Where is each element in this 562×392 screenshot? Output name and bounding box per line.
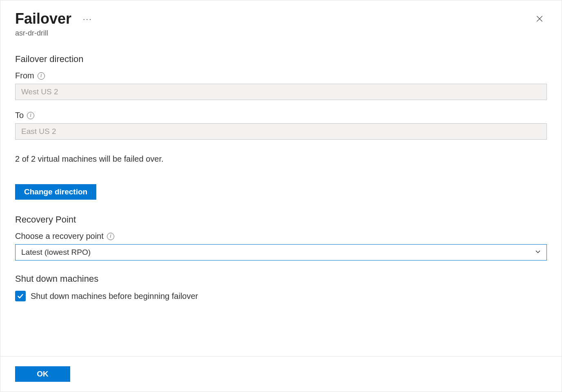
change-direction-button[interactable]: Change direction [15,184,96,200]
shutdown-heading: Shut down machines [15,274,547,284]
vm-status-text: 2 of 2 virtual machines will be failed o… [15,154,547,164]
more-actions-icon[interactable]: ··· [81,13,94,25]
checkmark-icon [17,292,24,300]
info-icon[interactable]: i [107,233,114,240]
to-label: To [15,111,24,120]
info-icon[interactable]: i [38,72,45,80]
page-title: Failover [15,10,71,27]
recovery-label-row: Choose a recovery point i [15,232,547,241]
shutdown-checkbox[interactable] [15,291,26,301]
header-row: Failover ··· [15,10,547,27]
to-input [15,123,547,140]
shutdown-checkbox-label: Shut down machines before beginning fail… [31,292,198,301]
recovery-point-heading: Recovery Point [15,214,547,225]
recovery-select-wrapper [15,244,547,261]
from-label-row: From i [15,71,547,80]
from-input [15,84,547,100]
shutdown-checkbox-row: Shut down machines before beginning fail… [15,291,547,301]
close-icon [535,15,544,23]
info-icon[interactable]: i [27,112,34,119]
ok-button[interactable]: OK [15,366,70,382]
to-label-row: To i [15,111,547,120]
failover-direction-heading: Failover direction [15,54,547,65]
title-group: Failover ··· [15,10,94,27]
page-subtitle: asr-dr-drill [15,29,547,38]
blade-footer: OK [0,356,562,392]
close-button[interactable] [532,11,547,26]
from-label: From [15,71,34,80]
blade-content: Failover ··· asr-dr-drill Failover direc… [0,0,562,356]
recovery-point-select[interactable] [15,244,547,261]
recovery-label: Choose a recovery point [15,232,104,241]
